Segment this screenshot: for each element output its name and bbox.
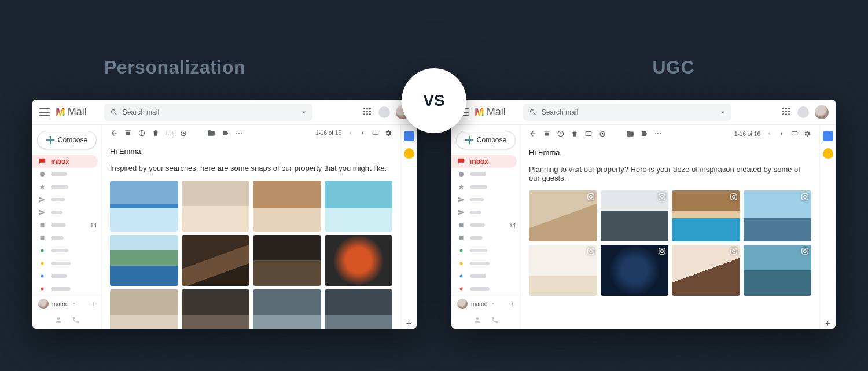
sidebar-item[interactable] [451, 257, 520, 270]
sidebar-item[interactable] [32, 232, 101, 244]
label-icon[interactable] [640, 130, 648, 138]
ugc-image[interactable] [529, 190, 597, 241]
move-icon[interactable] [626, 130, 634, 138]
sidebar-item[interactable] [451, 181, 520, 193]
settings-icon[interactable] [803, 130, 811, 138]
chevron-down-icon[interactable] [72, 302, 76, 306]
chevron-down-icon[interactable] [300, 108, 308, 116]
property-image[interactable] [110, 289, 178, 329]
compose-button[interactable]: Compose [37, 131, 97, 149]
sidebar-item[interactable] [451, 206, 520, 219]
phone-icon[interactable] [491, 316, 499, 324]
ugc-image[interactable] [672, 190, 740, 241]
tag-icon [38, 285, 46, 293]
archive-icon[interactable] [124, 129, 132, 137]
property-image[interactable] [253, 235, 321, 286]
compose-button[interactable]: Compose [456, 131, 516, 149]
calendar-addon-icon[interactable] [404, 131, 414, 141]
apps-grid-icon[interactable] [363, 108, 373, 117]
chevron-down-icon[interactable] [719, 108, 727, 116]
sidebar-item[interactable] [451, 270, 520, 282]
delete-icon[interactable] [152, 129, 160, 137]
more-icon[interactable] [654, 130, 662, 138]
ugc-image[interactable] [529, 245, 597, 296]
mail-logo[interactable]: M Mail [475, 105, 506, 119]
chevron-down-icon[interactable] [491, 302, 495, 306]
search-input[interactable] [123, 108, 307, 116]
person-icon[interactable] [54, 316, 62, 324]
spam-icon[interactable] [557, 130, 565, 138]
keep-addon-icon[interactable] [404, 148, 414, 159]
account-avatar[interactable] [815, 105, 829, 119]
mail-body-row: Compose inbox 14 [32, 125, 417, 329]
sidebar-item[interactable] [451, 193, 520, 206]
ugc-image[interactable] [601, 190, 669, 241]
property-image[interactable] [110, 235, 178, 286]
phone-icon[interactable] [72, 316, 80, 324]
mail-logo[interactable]: M Mail [56, 105, 87, 119]
sidebar-item[interactable]: 14 [32, 219, 101, 232]
snooze-icon[interactable] [179, 129, 187, 137]
input-tools-icon[interactable] [790, 130, 799, 138]
sidebar-item[interactable] [32, 193, 101, 206]
org-switch-icon[interactable] [378, 106, 390, 118]
ugc-image[interactable] [601, 245, 669, 296]
org-switch-icon[interactable] [797, 106, 809, 118]
delete-icon[interactable] [571, 130, 579, 138]
property-image[interactable] [325, 289, 393, 329]
sidebar-item[interactable] [32, 181, 101, 193]
sidebar-item-inbox[interactable]: inbox [451, 155, 517, 168]
search-input[interactable] [542, 108, 726, 116]
sidebar-item[interactable] [451, 232, 520, 244]
ugc-image[interactable] [744, 190, 812, 241]
sidebar-item-inbox[interactable]: inbox [32, 155, 98, 168]
prev-icon[interactable] [346, 129, 354, 137]
property-image[interactable] [325, 235, 393, 286]
sidebar-item[interactable] [32, 270, 101, 282]
settings-icon[interactable] [384, 129, 392, 137]
add-contact-icon[interactable]: + [91, 299, 95, 308]
search-bar[interactable] [104, 104, 312, 121]
add-addon-icon[interactable]: + [406, 318, 411, 329]
archive-icon[interactable] [543, 130, 551, 138]
sidebar-item[interactable] [32, 282, 101, 295]
property-image[interactable] [110, 181, 178, 232]
property-image[interactable] [253, 289, 321, 329]
sidebar-item[interactable] [32, 244, 101, 257]
label-icon[interactable] [221, 129, 229, 137]
ugc-image[interactable] [744, 245, 812, 296]
property-image[interactable] [325, 181, 393, 232]
more-icon[interactable] [235, 129, 243, 137]
next-icon[interactable] [778, 130, 786, 138]
sidebar-item[interactable] [451, 168, 520, 181]
unread-icon[interactable] [165, 129, 174, 137]
property-image[interactable] [182, 181, 250, 232]
sidebar-item[interactable] [451, 244, 520, 257]
ugc-image[interactable] [672, 245, 740, 296]
hamburger-menu-icon[interactable] [39, 108, 50, 116]
sidebar-item[interactable] [32, 168, 101, 181]
person-icon[interactable] [473, 316, 481, 324]
calendar-addon-icon[interactable] [823, 131, 833, 141]
add-contact-icon[interactable]: + [510, 299, 514, 308]
property-image[interactable] [182, 289, 250, 329]
search-bar[interactable] [523, 104, 731, 121]
apps-grid-icon[interactable] [782, 108, 792, 117]
unread-icon[interactable] [584, 130, 593, 138]
keep-addon-icon[interactable] [823, 148, 833, 159]
spam-icon[interactable] [138, 129, 146, 137]
sidebar-item[interactable] [451, 282, 520, 295]
snooze-icon[interactable] [598, 130, 606, 138]
prev-icon[interactable] [765, 130, 773, 138]
property-image[interactable] [253, 181, 321, 232]
back-icon[interactable] [110, 129, 118, 137]
sidebar-item[interactable] [32, 257, 101, 270]
sidebar-item[interactable] [32, 206, 101, 219]
back-icon[interactable] [529, 130, 537, 138]
property-image[interactable] [182, 235, 250, 286]
add-addon-icon[interactable]: + [825, 318, 830, 329]
sidebar-item[interactable]: 14 [451, 219, 520, 232]
next-icon[interactable] [359, 129, 367, 137]
move-icon[interactable] [207, 129, 215, 137]
input-tools-icon[interactable] [372, 129, 380, 137]
